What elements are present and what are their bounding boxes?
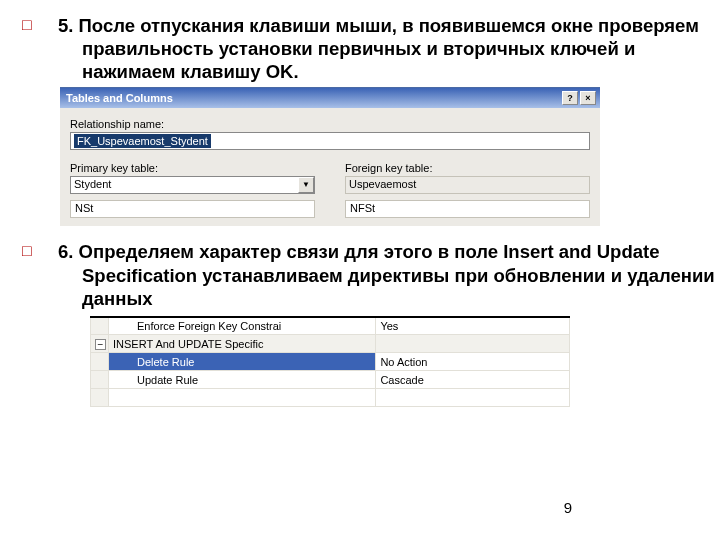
chevron-down-icon[interactable]: ▼ [298,177,314,193]
page-number: 9 [564,499,572,516]
dialog-title: Tables and Columns [66,92,173,104]
empty-row [91,389,570,407]
property-grid: Enforce Foreign Key Constrai Yes − INSER… [90,316,570,408]
update-rule-row[interactable]: Update Rule Cascade [91,371,570,389]
help-button[interactable]: ? [562,91,578,105]
relationship-name-input[interactable]: FK_Uspevaemost_Stydent [70,132,590,150]
foreign-key-table-field: Uspevaemost [345,176,590,194]
delete-rule-value: No Action [376,353,570,371]
primary-key-column-cell[interactable]: NSt [70,200,315,218]
step6-paragraph: □6. Определяем характер связи для этого … [0,240,720,309]
expander-icon[interactable]: − [95,339,106,350]
insert-update-section-row[interactable]: − INSERT And UPDATE Specific [91,335,570,353]
step6-text: 6. Определяем характер связи для этого в… [58,241,715,308]
primary-key-table-combo[interactable]: Stydent [70,176,315,194]
delete-rule-row[interactable]: Delete Rule No Action [91,353,570,371]
foreign-key-column-cell[interactable]: NFSt [345,200,590,218]
close-button[interactable]: × [580,91,596,105]
enforce-row[interactable]: Enforce Foreign Key Constrai Yes [91,317,570,335]
foreign-key-table-label: Foreign key table: [345,162,590,174]
dialog-body: Relationship name: FK_Uspevaemost_Styden… [60,108,600,226]
enforce-value: Yes [376,317,570,335]
section-label: INSERT And UPDATE Specific [109,335,376,353]
tables-and-columns-dialog: Tables and Columns ? × Relationship name… [60,87,600,226]
titlebar-buttons: ? × [562,91,596,105]
update-rule-value: Cascade [376,371,570,389]
primary-key-table-label: Primary key table: [70,162,315,174]
step5-paragraph: □5. После отпускания клавиши мыши, в поя… [0,14,720,83]
delete-rule-label: Delete Rule [109,353,376,371]
update-rule-label: Update Rule [109,371,376,389]
enforce-label: Enforce Foreign Key Constrai [109,317,376,335]
relationship-name-label: Relationship name: [70,118,590,130]
step5-text: 5. После отпускания клавиши мыши, в появ… [58,15,699,82]
dialog-titlebar: Tables and Columns ? × [60,88,600,108]
relationship-name-value: FK_Uspevaemost_Stydent [74,134,211,148]
